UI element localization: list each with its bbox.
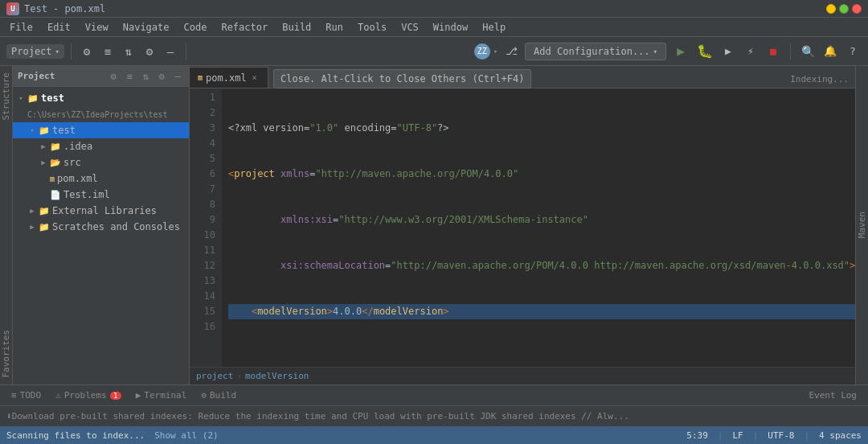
add-configuration-button[interactable]: Add Configuration... ▾ xyxy=(525,43,666,60)
menu-file[interactable]: File xyxy=(3,20,39,35)
menu-tools[interactable]: Tools xyxy=(351,20,393,35)
title-bar: U Test - pom.xml xyxy=(0,0,868,18)
label-pomxml: pom.xml xyxy=(57,173,98,184)
menu-vcs[interactable]: VCS xyxy=(395,20,425,35)
menu-code[interactable]: Code xyxy=(178,20,214,35)
coverage-button[interactable]: ▶ xyxy=(719,43,737,60)
panel-list-button[interactable]: ≡ xyxy=(123,70,136,83)
tree-root[interactable]: ▾ 📁 test xyxy=(13,90,189,106)
maven-panel[interactable]: Maven xyxy=(855,66,868,384)
label-ext-libs: External Libraries xyxy=(52,205,157,216)
tree-arrow-root: ▾ xyxy=(16,93,26,103)
line-num-8: 8 xyxy=(190,197,215,212)
panel-title: Project xyxy=(18,71,104,81)
panel-gear-button[interactable]: ⚙ xyxy=(155,70,168,83)
help-icon[interactable]: ? xyxy=(844,43,862,60)
status-left: Scanning files to index... Show all (2) xyxy=(6,430,680,441)
arrow-scratches: ▶ xyxy=(27,222,37,232)
menu-build[interactable]: Build xyxy=(276,20,317,35)
status-charset[interactable]: UTF-8 xyxy=(768,430,794,441)
problems-label: Problems xyxy=(64,390,107,401)
tab-label: pom.xml xyxy=(206,72,247,84)
status-bar: Scanning files to index... Show all (2) … xyxy=(0,426,868,444)
tree-item-test[interactable]: ▾ 📁 test xyxy=(13,122,189,138)
problems-icon: ⚠ xyxy=(55,390,61,401)
menu-help[interactable]: Help xyxy=(476,20,512,35)
favorites-label[interactable]: Favorites xyxy=(1,323,11,384)
project-selector[interactable]: Project ▾ xyxy=(6,44,64,59)
close-tooltip: Close. Alt-Click to Close Others (Ctrl+F… xyxy=(273,69,531,88)
close-button[interactable] xyxy=(852,4,862,14)
label-test: test xyxy=(52,125,76,136)
status-encoding[interactable]: LF xyxy=(732,430,743,441)
tree-item-src[interactable]: ▶ 📂 src xyxy=(13,154,189,171)
tab-close-button[interactable]: × xyxy=(250,73,260,83)
breadcrumb-project[interactable]: project xyxy=(196,371,233,381)
tree-item-scratches[interactable]: ▶ 📁 Scratches and Consoles xyxy=(13,219,189,235)
list-icon[interactable]: ≡ xyxy=(99,43,117,60)
breadcrumb-modelversion[interactable]: modelVersion xyxy=(245,371,309,381)
panel-collapse-button[interactable]: — xyxy=(171,70,184,83)
menu-refactor[interactable]: Refactor xyxy=(215,20,274,35)
status-sep-2: | xyxy=(753,430,759,441)
editor-content[interactable]: 1 2 3 4 5 6 7 8 9 10 11 12 13 14 15 16 <… xyxy=(190,88,855,367)
download-icon: ⬇ xyxy=(6,411,12,421)
tab-problems[interactable]: ⚠ Problems 1 xyxy=(49,387,128,405)
project-panel-header: Project ⚙ ≡ ⇅ ⚙ — xyxy=(13,66,189,87)
tree-item-pomxml[interactable]: m pom.xml xyxy=(13,171,189,187)
toolbar-separator-1 xyxy=(71,43,72,60)
panel-sort-button[interactable]: ⇅ xyxy=(139,70,152,83)
tooltip-text: Close. Alt-Click to Close Others (Ctrl+F… xyxy=(280,73,524,84)
breadcrumb: project › modelVersion xyxy=(190,367,855,384)
structure-label[interactable]: Structure xyxy=(1,66,11,127)
breadcrumb-sep: › xyxy=(236,371,242,381)
build-config-icon[interactable]: ⚙ xyxy=(78,43,96,60)
notification-icon[interactable]: 🔔 xyxy=(821,43,839,60)
user-area[interactable]: ZZ ▾ xyxy=(474,43,497,60)
toolbar-separator-2 xyxy=(186,43,186,60)
status-line-col[interactable]: 5:39 xyxy=(686,430,708,441)
debug-button[interactable]: 🐛 xyxy=(695,42,714,61)
indexing-label: Indexing... xyxy=(790,74,849,84)
run-button[interactable]: ▶ xyxy=(671,42,690,61)
terminal-label: Terminal xyxy=(144,390,186,401)
search-everywhere-button[interactable]: 🔍 xyxy=(799,43,817,60)
xml-file-icon: m xyxy=(50,175,55,183)
code-line-3: xmlns:xsi="http://www.w3.org/2001/XMLSch… xyxy=(228,212,855,228)
folder-icon-test: 📁 xyxy=(39,125,50,136)
menu-run[interactable]: Run xyxy=(319,20,350,35)
collapse-icon[interactable]: — xyxy=(162,43,179,60)
profiler-button[interactable]: ⚡ xyxy=(742,43,760,60)
tree-item-idea[interactable]: ▶ 📁 .idea xyxy=(13,138,189,154)
menu-edit[interactable]: Edit xyxy=(41,20,77,35)
chevron-down-icon-config: ▾ xyxy=(653,47,657,56)
show-all-link[interactable]: Show all (2) xyxy=(154,430,218,441)
problems-badge: 1 xyxy=(110,392,121,400)
tree-item-testiml[interactable]: 📄 Test.iml xyxy=(13,187,189,203)
status-indent[interactable]: 4 spaces xyxy=(819,430,862,441)
vcs-icon[interactable]: ⎇ xyxy=(502,43,520,60)
settings-icon[interactable]: ⚙ xyxy=(141,43,158,60)
scratches-icon: 📁 xyxy=(39,222,50,232)
menu-view[interactable]: View xyxy=(79,20,115,35)
tree-root-label: test xyxy=(41,92,64,104)
project-tree: ▾ 📁 test C:\Users\ZZ\IdeaProjects\test ▾… xyxy=(13,87,189,384)
tab-pomxml[interactable]: m pom.xml × xyxy=(190,67,268,88)
tab-build[interactable]: ⚙ Build xyxy=(194,387,243,405)
minimize-button[interactable] xyxy=(826,4,836,14)
tab-terminal[interactable]: ▶ Terminal xyxy=(129,387,194,405)
maven-label[interactable]: Maven xyxy=(857,212,867,238)
toolbar: Project ▾ ⚙ ≡ ⇅ ⚙ — ZZ ▾ ⎇ Add Configura… xyxy=(0,37,868,66)
panel-settings-button[interactable]: ⚙ xyxy=(107,70,120,83)
tab-todo[interactable]: ≡ TODO xyxy=(5,387,47,405)
menu-navigate[interactable]: Navigate xyxy=(117,20,176,35)
tree-item-external-libs[interactable]: ▶ 📁 External Libraries xyxy=(13,203,189,219)
sort-icon[interactable]: ⇅ xyxy=(120,43,137,60)
maximize-button[interactable] xyxy=(839,4,849,14)
line-num-10: 10 xyxy=(190,228,215,243)
stop-button[interactable]: ■ xyxy=(764,43,782,60)
tab-event-log[interactable]: Event Log xyxy=(802,387,863,405)
menu-window[interactable]: Window xyxy=(427,20,474,35)
editor-area: m pom.xml × Close. Alt-Click to Close Ot… xyxy=(190,66,855,384)
code-area[interactable]: <?xml version="1.0" encoding="UTF-8"?> <… xyxy=(222,88,855,367)
